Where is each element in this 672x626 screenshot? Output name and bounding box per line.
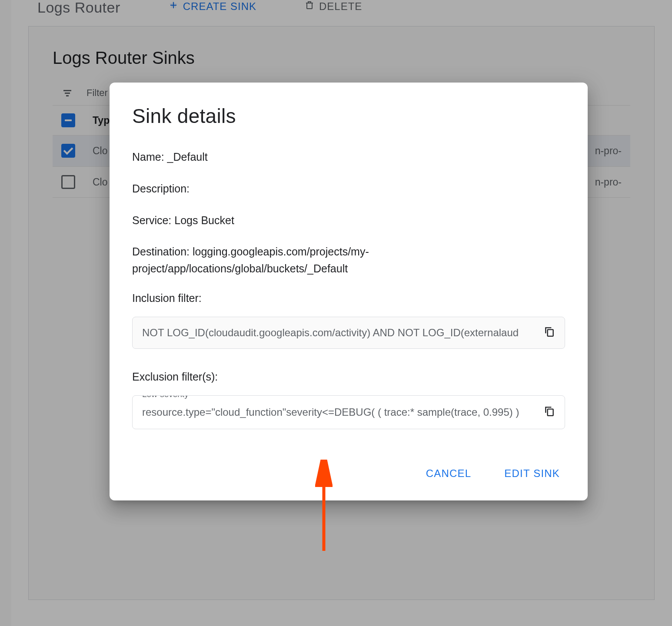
inclusion-filter-box: NOT LOG_ID(cloudaudit.googleapis.com/act… [132,317,565,349]
exclusion-filter-box: Low-severity resource.type="cloud_functi… [132,395,565,429]
copy-icon [544,405,555,419]
inclusion-filter-label: Inclusion filter: [132,292,565,305]
svg-rect-4 [548,329,553,336]
edit-sink-button[interactable]: EDIT SINK [502,464,562,483]
dialog-title: Sink details [132,104,565,128]
sink-service: Service: Logs Bucket [132,212,565,229]
exclusion-filter-legend: Low-severity [139,395,192,399]
exclusion-filter-label: Exclusion filter(s): [132,371,565,383]
dialog-actions: CANCEL EDIT SINK [132,464,565,483]
inclusion-filter-value: NOT LOG_ID(cloudaudit.googleapis.com/act… [142,327,519,338]
sink-description: Description: [132,180,565,197]
cancel-button[interactable]: CANCEL [423,464,474,483]
exclusion-filter-value: resource.type="cloud_function"severity<=… [142,406,519,418]
copy-inclusion-button[interactable] [542,325,557,340]
copy-exclusion-button[interactable] [542,405,557,420]
sink-details-dialog: Sink details Name: _Default Description:… [110,83,588,500]
page-root: Logs Router CREATE SINK DELETE Logs Rout… [0,0,672,626]
copy-icon [544,326,555,340]
sink-destination: Destination: logging.googleapis.com/proj… [132,243,565,277]
svg-rect-5 [548,409,553,415]
sink-name: Name: _Default [132,149,565,166]
